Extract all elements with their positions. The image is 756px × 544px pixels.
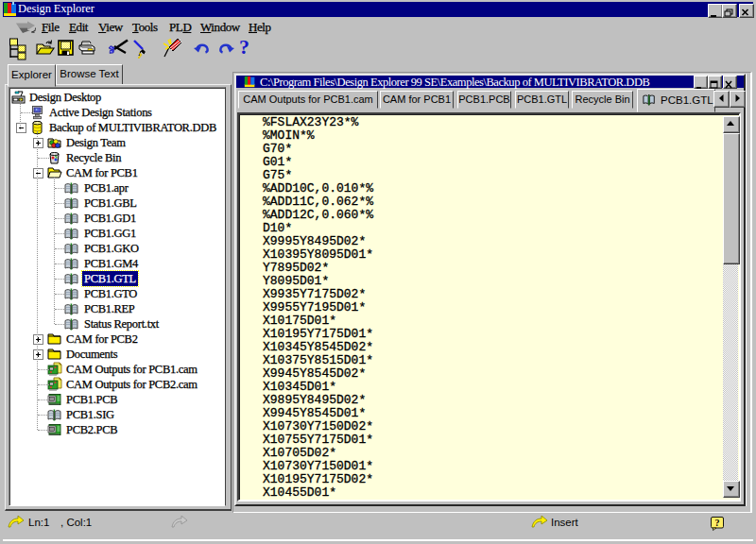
svg-text:?: ? <box>715 518 720 528</box>
